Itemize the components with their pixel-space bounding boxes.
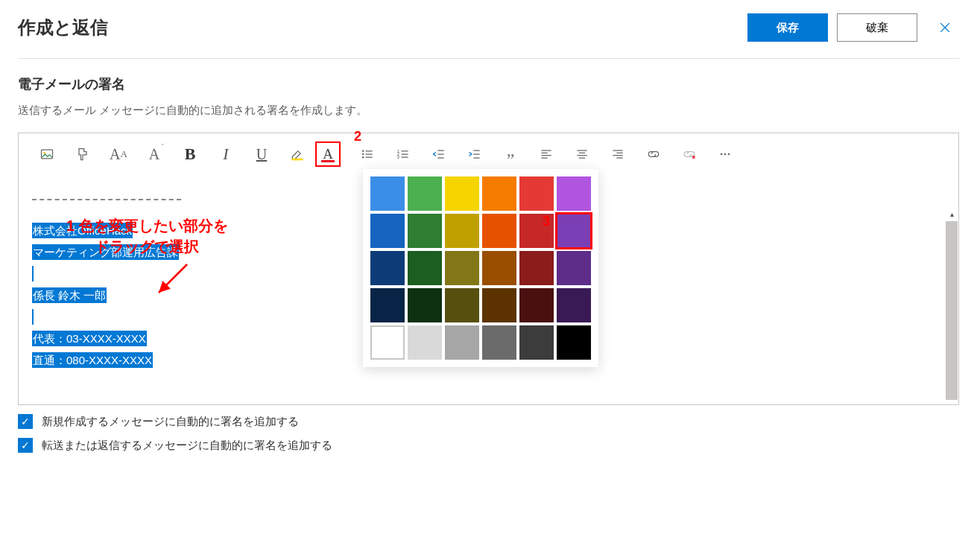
color-swatch[interactable] bbox=[557, 325, 591, 360]
color-swatch[interactable] bbox=[445, 288, 479, 322]
underline-icon[interactable]: U bbox=[244, 141, 279, 168]
more-options-icon[interactable] bbox=[707, 141, 743, 168]
color-swatch[interactable] bbox=[370, 176, 405, 211]
annotation-3: 3 bbox=[543, 214, 550, 229]
color-palette bbox=[363, 169, 598, 367]
color-swatch[interactable] bbox=[519, 251, 554, 285]
close-icon[interactable] bbox=[931, 13, 959, 42]
color-swatch[interactable] bbox=[482, 214, 516, 248]
format-painter-icon[interactable] bbox=[65, 141, 101, 168]
signature-line-3[interactable]: 係長 鈴木 一郎 bbox=[32, 287, 107, 303]
save-button[interactable]: 保存 bbox=[747, 13, 828, 42]
increase-indent-icon[interactable] bbox=[457, 141, 493, 168]
italic-icon[interactable]: I bbox=[208, 141, 244, 168]
signature-line-5[interactable]: 直通：080-XXXX-XXXX bbox=[32, 352, 153, 368]
annotation-arrow-icon bbox=[151, 261, 196, 300]
svg-text:3: 3 bbox=[397, 155, 399, 159]
scrollbar-thumb[interactable] bbox=[946, 221, 958, 400]
signature-editor: 2 3 AA A˅ B I U A 123 ” bbox=[18, 133, 959, 405]
align-right-icon[interactable] bbox=[600, 141, 636, 168]
section-heading: 電子メールの署名 bbox=[18, 75, 959, 93]
color-swatch[interactable] bbox=[370, 214, 405, 248]
color-swatch[interactable] bbox=[557, 251, 591, 285]
color-swatch[interactable] bbox=[445, 251, 479, 285]
color-swatch[interactable] bbox=[408, 325, 442, 360]
checkbox-new-message-label: 新規作成するメッセージに自動的に署名を追加する bbox=[42, 415, 299, 429]
svg-point-5 bbox=[362, 156, 364, 159]
color-swatch[interactable] bbox=[370, 288, 405, 322]
remove-link-icon[interactable] bbox=[671, 141, 707, 168]
page-title: 作成と返信 bbox=[18, 16, 108, 39]
signature-divider bbox=[32, 199, 181, 200]
numbered-list-icon[interactable]: 123 bbox=[385, 141, 421, 168]
color-swatch[interactable] bbox=[519, 288, 554, 322]
font-color-icon[interactable]: A bbox=[315, 141, 341, 167]
svg-point-3 bbox=[362, 150, 364, 153]
annotation-2: 2 bbox=[354, 129, 361, 144]
signature-blank-2[interactable] bbox=[32, 309, 34, 325]
annotation-callout: 1 色を変更したい部分を ドラッグで選択 bbox=[66, 215, 228, 257]
discard-button[interactable]: 破棄 bbox=[837, 13, 917, 42]
align-center-icon[interactable] bbox=[564, 141, 600, 168]
checkbox-reply-forward-label: 転送または返信するメッセージに自動的に署名を追加する bbox=[42, 439, 332, 453]
color-swatch[interactable] bbox=[482, 176, 516, 211]
align-left-icon[interactable] bbox=[528, 141, 564, 168]
color-swatch[interactable] bbox=[482, 325, 516, 360]
insert-link-icon[interactable] bbox=[636, 141, 671, 168]
color-swatch[interactable] bbox=[408, 288, 442, 322]
color-swatch[interactable] bbox=[519, 176, 554, 211]
color-swatch[interactable] bbox=[408, 214, 442, 248]
format-toolbar: AA A˅ B I U A 123 ” bbox=[19, 133, 958, 174]
header: 作成と返信 保存 破棄 bbox=[18, 13, 959, 59]
bullet-list-icon[interactable] bbox=[350, 141, 385, 168]
svg-point-11 bbox=[728, 153, 730, 156]
svg-rect-0 bbox=[42, 150, 53, 159]
font-size-icon[interactable]: A˅ bbox=[136, 141, 172, 168]
color-swatch[interactable] bbox=[445, 325, 479, 360]
checkbox-new-message[interactable]: ✓ 新規作成するメッセージに自動的に署名を追加する bbox=[18, 414, 959, 429]
color-swatch[interactable] bbox=[408, 251, 442, 285]
color-swatch[interactable] bbox=[557, 176, 591, 211]
color-swatch[interactable] bbox=[482, 251, 516, 285]
color-swatch[interactable] bbox=[557, 214, 591, 248]
color-swatch[interactable] bbox=[445, 176, 479, 211]
color-swatch[interactable] bbox=[445, 214, 479, 248]
scroll-up-arrow[interactable]: ▴ bbox=[946, 208, 958, 220]
color-swatch[interactable] bbox=[519, 325, 554, 360]
color-swatch[interactable] bbox=[557, 288, 591, 322]
section-description: 送信するメール メッセージに自動的に追加される署名を作成します。 bbox=[18, 104, 959, 118]
color-swatch[interactable] bbox=[370, 325, 405, 360]
svg-point-4 bbox=[362, 153, 364, 156]
quote-icon[interactable]: ” bbox=[493, 141, 528, 168]
svg-rect-2 bbox=[292, 159, 303, 161]
font-family-icon[interactable]: AA bbox=[101, 141, 136, 168]
color-swatch[interactable] bbox=[482, 288, 516, 322]
color-swatch[interactable] bbox=[370, 251, 405, 285]
checkbox-checked-icon[interactable]: ✓ bbox=[18, 414, 33, 429]
checkbox-reply-forward[interactable]: ✓ 転送または返信するメッセージに自動的に署名を追加する bbox=[18, 438, 959, 453]
header-actions: 保存 破棄 bbox=[747, 13, 959, 42]
svg-point-9 bbox=[721, 153, 723, 156]
checkbox-checked-icon[interactable]: ✓ bbox=[18, 438, 33, 453]
bold-icon[interactable]: B bbox=[172, 141, 208, 168]
color-swatch[interactable] bbox=[408, 176, 442, 211]
decrease-indent-icon[interactable] bbox=[421, 141, 457, 168]
insert-image-icon[interactable] bbox=[29, 141, 65, 168]
svg-point-10 bbox=[724, 153, 727, 156]
signature-blank-1[interactable] bbox=[32, 266, 34, 281]
signature-line-4[interactable]: 代表：03-XXXX-XXXX bbox=[32, 331, 147, 346]
highlight-icon[interactable] bbox=[279, 141, 315, 168]
